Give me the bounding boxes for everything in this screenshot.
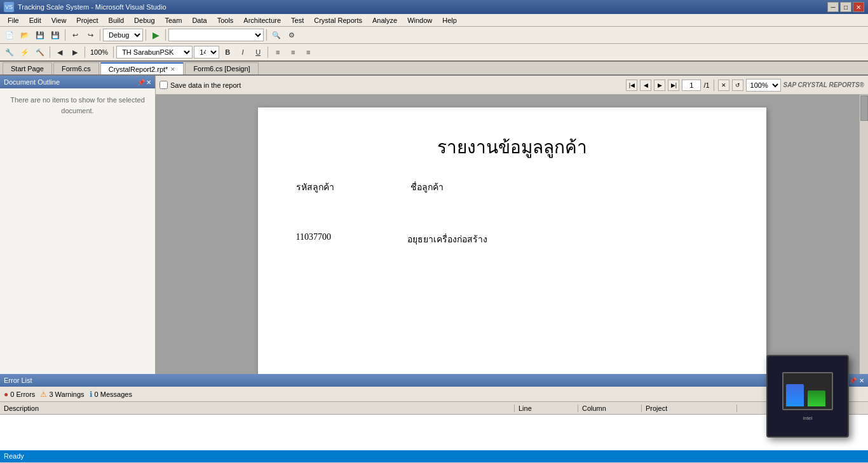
report-last-page[interactable]: ▶| bbox=[668, 79, 679, 91]
menu-team[interactable]: Team bbox=[160, 15, 187, 25]
tab-start-page[interactable]: Start Page bbox=[3, 62, 52, 74]
align-center[interactable]: ≡ bbox=[286, 45, 300, 59]
sidebar-header: Document Outline 📌 ✕ bbox=[0, 76, 155, 88]
menu-edit[interactable]: Edit bbox=[24, 15, 46, 25]
error-table-header: Description Line Column Project bbox=[0, 402, 868, 415]
page-total: /1 bbox=[703, 81, 709, 89]
data-customer-id: 11037700 bbox=[296, 232, 331, 246]
menu-file[interactable]: File bbox=[3, 15, 24, 25]
menu-window[interactable]: Window bbox=[402, 15, 437, 25]
sidebar-close-icon[interactable]: ✕ bbox=[146, 79, 151, 86]
find-button[interactable]: 🔍 bbox=[269, 28, 283, 42]
tb2-btn4[interactable]: ◀ bbox=[53, 45, 67, 59]
menu-data[interactable]: Data bbox=[187, 15, 212, 25]
minimize-button[interactable]: ─ bbox=[827, 2, 839, 12]
page-number-input[interactable]: 1 bbox=[682, 79, 701, 91]
error-panel-close[interactable]: ✕ bbox=[859, 377, 864, 384]
error-list-body bbox=[0, 415, 868, 450]
hw-screen bbox=[782, 372, 833, 410]
save-data-label: Save data in the report bbox=[170, 81, 241, 89]
report-first-page[interactable]: |◀ bbox=[626, 79, 637, 91]
menu-help[interactable]: Help bbox=[437, 15, 462, 25]
tb2-btn1[interactable]: 🔧 bbox=[3, 45, 17, 59]
new-button[interactable]: 📄 bbox=[3, 28, 17, 42]
tb2-btn5[interactable]: ▶ bbox=[68, 45, 82, 59]
save-all-button[interactable]: 💾 bbox=[48, 28, 62, 42]
tab-form6-cs[interactable]: Form6.cs bbox=[53, 62, 99, 74]
save-data-checkbox[interactable] bbox=[159, 81, 168, 89]
toolbar-2: 🔧 ⚡ 🔨 ◀ ▶ 100% TH SarabunPSK 14 B I U ≡ … bbox=[0, 44, 868, 62]
menu-tools[interactable]: Tools bbox=[212, 15, 239, 25]
font-dropdown[interactable]: TH SarabunPSK bbox=[116, 46, 193, 59]
sidebar-header-controls: 📌 ✕ bbox=[137, 79, 151, 86]
warning-triangle-icon: ⚠ bbox=[40, 390, 47, 399]
italic-button[interactable]: I bbox=[236, 45, 250, 59]
col-column: Column bbox=[578, 404, 642, 412]
status-bar: Ready bbox=[0, 450, 868, 462]
align-right[interactable]: ≡ bbox=[301, 45, 315, 59]
redo-button[interactable]: ↪ bbox=[83, 28, 97, 42]
separator-5 bbox=[266, 29, 267, 41]
report-prev-page[interactable]: ◀ bbox=[640, 79, 651, 91]
stop-button[interactable]: ✕ bbox=[718, 79, 729, 91]
toolbar-1: 📄 📂 💾 💾 ↩ ↪ Debug ▶ 🔍 ⚙ bbox=[0, 27, 868, 44]
menu-view[interactable]: View bbox=[46, 15, 72, 25]
menu-bar: File Edit View Project Build Debug Team … bbox=[0, 14, 868, 27]
report-next-page[interactable]: ▶ bbox=[654, 79, 665, 91]
col-line: Line bbox=[515, 404, 578, 412]
close-button[interactable]: ✕ bbox=[853, 2, 864, 12]
report-title: รายงานข้อมูลลูกค้า bbox=[296, 133, 728, 161]
tab-close-crystal[interactable]: ✕ bbox=[170, 66, 175, 73]
info-circle-icon: ℹ bbox=[90, 390, 93, 399]
title-bar: VS Tracking Scale System - Microsoft Vis… bbox=[0, 0, 868, 14]
menu-project[interactable]: Project bbox=[71, 15, 103, 25]
align-left[interactable]: ≡ bbox=[271, 45, 285, 59]
error-panel-pin[interactable]: 📌 bbox=[849, 377, 857, 384]
error-circle-icon: ● bbox=[4, 390, 8, 399]
sidebar-title: Document Outline bbox=[4, 78, 60, 86]
hw-bar-blue bbox=[786, 384, 804, 406]
separator-3 bbox=[146, 29, 146, 41]
separator-9 bbox=[268, 46, 268, 58]
target-dropdown[interactable] bbox=[168, 29, 264, 41]
separator-6 bbox=[50, 46, 50, 58]
error-panel-header: Error List 📌 ✕ bbox=[0, 374, 868, 387]
error-count-badge[interactable]: ● 0 Errors bbox=[4, 390, 35, 399]
menu-crystal-reports[interactable]: Crystal Reports bbox=[309, 15, 367, 25]
sidebar-pin-icon[interactable]: 📌 bbox=[137, 79, 145, 86]
separator-4 bbox=[165, 29, 166, 41]
bold-button[interactable]: B bbox=[220, 45, 234, 59]
report-headers: รหัสลูกค้า ชื่อลูกค้า bbox=[296, 180, 728, 194]
open-button[interactable]: 📂 bbox=[18, 28, 32, 42]
menu-build[interactable]: Build bbox=[104, 15, 129, 25]
menu-debug[interactable]: Debug bbox=[129, 15, 159, 25]
data-customer-name: อยุธยาเครื่องก่อสร้าง bbox=[407, 232, 487, 246]
zoom-dropdown[interactable]: 100% bbox=[746, 79, 781, 92]
menu-analyze[interactable]: Analyze bbox=[367, 15, 402, 25]
font-size-dropdown[interactable]: 14 bbox=[194, 46, 219, 59]
title-controls: ─ □ ✕ bbox=[827, 2, 864, 12]
hw-bar-green bbox=[808, 390, 825, 406]
menu-test[interactable]: Test bbox=[286, 15, 309, 25]
app-icon: VS bbox=[4, 2, 14, 12]
start-button[interactable]: ▶ bbox=[149, 28, 163, 42]
underline-button[interactable]: U bbox=[251, 45, 265, 59]
tb2-btn3[interactable]: 🔨 bbox=[33, 45, 47, 59]
save-button[interactable]: 💾 bbox=[33, 28, 47, 42]
refresh-button[interactable]: ↺ bbox=[732, 79, 743, 91]
report-data-row: 11037700 อยุธยาเครื่องก่อสร้าง bbox=[296, 232, 728, 246]
menu-architecture[interactable]: Architecture bbox=[238, 15, 286, 25]
zoom-label: 100% bbox=[88, 48, 111, 56]
settings-button[interactable]: ⚙ bbox=[285, 28, 299, 42]
message-count-badge[interactable]: ℹ 0 Messages bbox=[90, 390, 132, 399]
maximize-button[interactable]: □ bbox=[840, 2, 851, 12]
tb2-btn2[interactable]: ⚡ bbox=[18, 45, 32, 59]
tab-crystal-report[interactable]: CrystalReport2.rpt* ✕ bbox=[100, 62, 184, 74]
crystal-reports-logo: SAP CRYSTAL REPORTS® bbox=[783, 81, 864, 88]
debug-mode-dropdown[interactable]: Debug bbox=[103, 29, 143, 41]
report-toolbar: Save data in the report |◀ ◀ ▶ ▶| 1 /1 ✕… bbox=[156, 76, 868, 95]
scrollbar-thumb[interactable] bbox=[860, 95, 868, 121]
warning-count-badge[interactable]: ⚠ 3 Warnings bbox=[40, 390, 84, 399]
undo-button[interactable]: ↩ bbox=[68, 28, 82, 42]
tab-form6-design[interactable]: Form6.cs [Design] bbox=[185, 62, 258, 74]
